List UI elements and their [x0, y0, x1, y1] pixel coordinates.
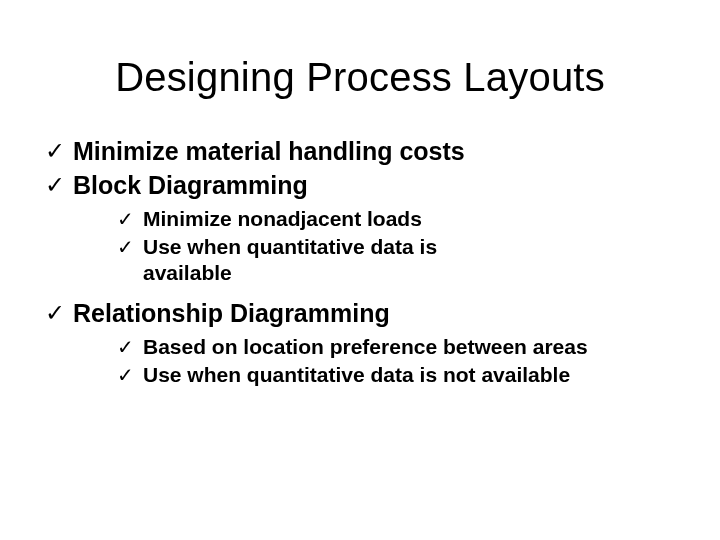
slide: Designing Process Layouts ✓ Minimize mat…: [0, 0, 720, 540]
list-item: ✓ Relationship Diagramming: [45, 298, 675, 328]
list-item-label: Relationship Diagramming: [73, 298, 390, 328]
check-icon: ✓: [117, 334, 143, 360]
slide-title: Designing Process Layouts: [45, 55, 675, 100]
list-item: ✓ Use when quantitative data is not avai…: [117, 362, 675, 388]
list-item-label: Minimize material handling costs: [73, 136, 465, 166]
sub-bullet-list: ✓ Based on location preference between a…: [117, 334, 675, 388]
check-icon: ✓: [117, 362, 143, 388]
check-icon: ✓: [117, 206, 143, 232]
list-item-label: Minimize nonadjacent loads: [143, 206, 422, 232]
list-item-label: Use when quantitative data is available: [143, 234, 443, 286]
check-icon: ✓: [45, 170, 73, 200]
check-icon: ✓: [117, 234, 143, 260]
bullet-list: ✓ Minimize material handling costs ✓ Blo…: [45, 136, 675, 200]
bullet-list: ✓ Relationship Diagramming: [45, 298, 675, 328]
list-item-label: Block Diagramming: [73, 170, 308, 200]
list-item: ✓ Block Diagramming: [45, 170, 675, 200]
list-item-label: Use when quantitative data is not availa…: [143, 362, 570, 388]
list-item: ✓ Minimize nonadjacent loads: [117, 206, 675, 232]
list-item-label: Based on location preference between are…: [143, 334, 588, 360]
list-item: ✓ Minimize material handling costs: [45, 136, 675, 166]
list-item: ✓ Based on location preference between a…: [117, 334, 675, 360]
check-icon: ✓: [45, 136, 73, 166]
list-item: ✓ Use when quantitative data is availabl…: [117, 234, 675, 286]
check-icon: ✓: [45, 298, 73, 328]
sub-bullet-list: ✓ Minimize nonadjacent loads ✓ Use when …: [117, 206, 675, 286]
